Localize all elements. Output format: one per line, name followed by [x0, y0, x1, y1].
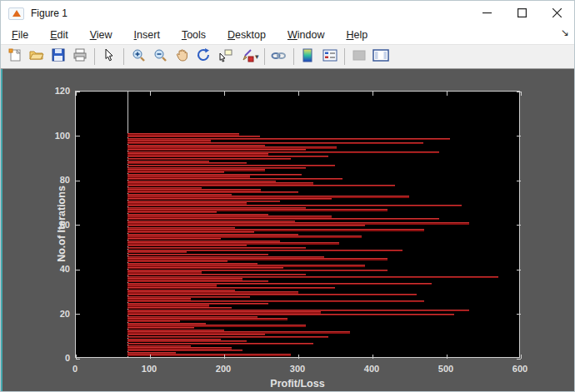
open-file-button[interactable] [26, 47, 48, 67]
x-tick-label: 400 [364, 364, 379, 374]
profit-bar [128, 138, 450, 140]
zoom-out-icon [153, 48, 168, 66]
zoom-out-button[interactable] [149, 47, 171, 67]
insert-colorbar-button[interactable] [298, 47, 319, 67]
link-plot-button[interactable] [268, 47, 290, 67]
toolbar-separator [264, 48, 265, 65]
menu-edit[interactable]: Edit [39, 27, 79, 42]
profit-bar [128, 290, 235, 291]
y-tick-right [517, 92, 521, 92]
figure-toolbar: ▾ [1, 44, 574, 69]
profit-bar [128, 327, 194, 329]
profit-bar [128, 209, 388, 211]
profit-bar [128, 196, 409, 197]
y-tick-label: 120 [45, 86, 70, 96]
profit-bar [128, 216, 332, 217]
profit-bar [128, 205, 462, 206]
toolbar-separator [123, 48, 124, 65]
profit-bar [128, 140, 211, 141]
y-tick-right [517, 225, 521, 226]
profit-bar [128, 207, 306, 209]
profit-bar [128, 153, 268, 155]
edit-plot-button[interactable] [98, 47, 120, 67]
rotate-3d-icon [197, 48, 211, 66]
y-tick-right [517, 314, 521, 315]
profit-bar [128, 202, 246, 204]
x-tick-bottom [150, 355, 151, 359]
profit-bar [128, 352, 176, 354]
insert-colorbar-icon [302, 48, 313, 66]
window-title: Figure 1 [31, 7, 68, 19]
x-tick-bottom [372, 355, 373, 359]
close-button[interactable] [539, 1, 574, 26]
zoom-in-button[interactable] [128, 47, 149, 67]
x-tick-bottom [447, 355, 448, 359]
toolbar-separator [293, 48, 294, 65]
menu-tools[interactable]: Tools [171, 27, 217, 42]
menu-bar: FileEditViewInsertToolsDesktopWindowHelp… [1, 26, 574, 44]
save-figure-icon [52, 48, 65, 65]
x-tick-bottom [224, 355, 225, 359]
profit-bar [128, 158, 291, 160]
minimize-button[interactable] [469, 1, 504, 26]
x-tick-top [150, 92, 151, 96]
figure-canvas: Profit/Loss No.of Iterations 01002003004… [1, 69, 575, 392]
print-figure-button[interactable] [69, 47, 91, 67]
new-figure-button[interactable] [4, 47, 26, 67]
brush-data-icon [240, 48, 254, 66]
menu-insert[interactable]: Insert [123, 27, 171, 42]
maximize-icon [518, 6, 527, 21]
profit-bar [128, 256, 324, 258]
profit-bar [128, 267, 283, 269]
menu-desktop[interactable]: Desktop [217, 27, 277, 42]
profit-bar [128, 178, 342, 180]
profit-bar [128, 191, 298, 193]
profit-bar [128, 274, 306, 275]
profit-bar [128, 171, 224, 173]
menu-window[interactable]: Window [277, 27, 335, 42]
maximize-button[interactable] [504, 1, 539, 26]
profit-bar [128, 245, 246, 246]
x-tick-label: 200 [216, 364, 231, 374]
profit-bar [128, 174, 302, 176]
menu-help[interactable]: Help [335, 27, 378, 42]
show-plot-tools-icon [372, 49, 389, 65]
profit-bar [128, 169, 265, 171]
profit-bar [128, 311, 320, 313]
profit-bar [128, 241, 279, 242]
profit-bar [128, 303, 268, 305]
pan-icon [175, 48, 189, 66]
menu-file[interactable]: File [1, 27, 39, 42]
minimize-icon [482, 6, 492, 21]
matlab-logo-icon [8, 7, 24, 20]
profit-bar [128, 314, 454, 315]
profit-bar [128, 294, 417, 295]
profit-bar [128, 339, 220, 340]
hide-plot-tools-icon [352, 49, 366, 64]
profit-bar [128, 236, 361, 237]
profit-bar [128, 330, 224, 331]
show-plot-tools-button[interactable] [370, 47, 392, 67]
y-tick-left [76, 181, 80, 181]
profit-bar [128, 185, 394, 186]
profit-bar [128, 225, 365, 226]
x-tick-top [372, 92, 373, 96]
save-figure-button[interactable] [48, 47, 69, 67]
open-file-icon [29, 48, 44, 65]
y-tick-right [517, 136, 521, 136]
profit-bar [128, 234, 298, 236]
data-cursor-button[interactable] [214, 47, 236, 67]
profit-bar [128, 211, 217, 213]
dock-figure-icon[interactable]: ↘ [561, 27, 569, 38]
figure-window: Figure 1 FileEditViewInsertToolsDesktopW… [0, 0, 575, 392]
profit-bar [128, 354, 291, 355]
menu-view[interactable]: View [79, 27, 123, 42]
rotate-3d-button[interactable] [192, 47, 214, 67]
pan-button[interactable] [171, 47, 192, 67]
profit-bar [128, 151, 439, 153]
profit-bar [128, 271, 202, 273]
insert-legend-button[interactable] [319, 47, 341, 67]
profit-bar [128, 283, 432, 285]
x-tick-label: 500 [438, 364, 453, 374]
brush-dropdown-icon[interactable]: ▾ [255, 52, 259, 61]
